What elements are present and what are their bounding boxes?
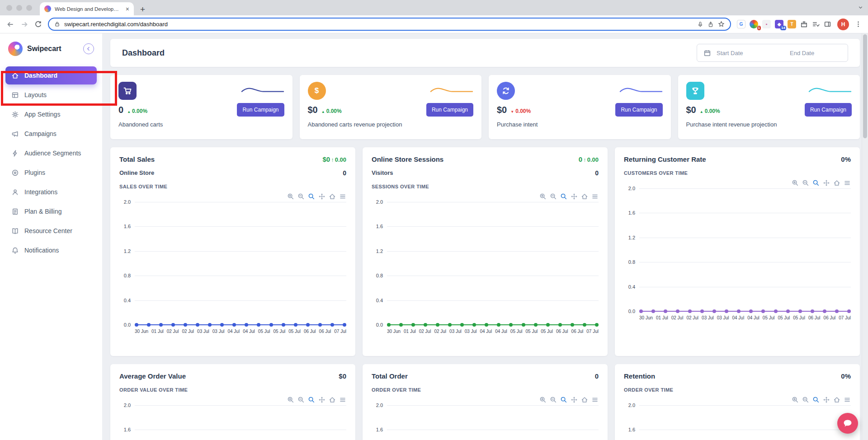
zoom-out-icon[interactable] bbox=[297, 193, 305, 200]
intent-icon bbox=[497, 82, 515, 100]
run-campaign-button[interactable]: Run Campaign bbox=[426, 103, 473, 117]
back-button[interactable] bbox=[6, 20, 14, 28]
zoom-out-icon[interactable] bbox=[802, 396, 809, 403]
y-axis: 2.01.61.20.80.40.0 bbox=[119, 202, 135, 325]
y-axis-tick: 2.0 bbox=[628, 403, 635, 408]
pan-icon[interactable] bbox=[571, 396, 578, 403]
up-triangle-icon: ▲ bbox=[700, 110, 703, 114]
y-axis-tick: 0.8 bbox=[376, 273, 383, 278]
home-icon[interactable] bbox=[581, 193, 588, 200]
sidebar-item-audience-segments[interactable]: Audience Segments bbox=[5, 144, 97, 162]
x-axis-tick: 04 Jul bbox=[243, 329, 255, 334]
bolt-icon bbox=[11, 149, 19, 157]
chart-sub-value: 0 bbox=[343, 169, 346, 177]
tasks-icon[interactable] bbox=[812, 20, 820, 28]
home-icon[interactable] bbox=[833, 396, 840, 403]
run-campaign-button[interactable]: Run Campaign bbox=[805, 103, 852, 117]
collapse-sidebar-button[interactable] bbox=[83, 43, 94, 54]
tab-close-icon[interactable]: × bbox=[126, 6, 129, 12]
chart-modebar bbox=[372, 193, 599, 200]
sidebar-item-layouts[interactable]: Layouts bbox=[5, 86, 97, 104]
close-window-button[interactable] bbox=[6, 5, 12, 11]
zoom-in-icon[interactable] bbox=[539, 193, 547, 200]
zoom-window-button[interactable] bbox=[26, 5, 32, 11]
sidebar-item-plugins[interactable]: Plugins bbox=[5, 164, 97, 182]
y-axis: 2.01.61.20.80.40.0 bbox=[624, 405, 639, 440]
chart-caption: ORDER OVER TIME bbox=[624, 387, 851, 393]
tag-extension[interactable]: T bbox=[788, 20, 796, 28]
home-icon[interactable] bbox=[581, 396, 588, 403]
share-icon[interactable] bbox=[708, 21, 714, 28]
zoom-in-icon[interactable] bbox=[287, 193, 294, 200]
menu-icon[interactable] bbox=[844, 179, 851, 187]
zoom-out-icon[interactable] bbox=[550, 193, 557, 200]
end-date-input[interactable] bbox=[789, 49, 841, 57]
chevron-down-icon[interactable] bbox=[858, 5, 863, 10]
colorwheel-extension[interactable]: 1 bbox=[750, 20, 758, 28]
menu-icon[interactable] bbox=[591, 396, 599, 403]
zoom-in-icon[interactable] bbox=[287, 396, 294, 403]
sidebar-item-dashboard[interactable]: Dashboard bbox=[5, 66, 97, 84]
menu-icon[interactable] bbox=[339, 193, 346, 200]
start-date-input[interactable] bbox=[716, 49, 768, 57]
forward-button[interactable] bbox=[20, 20, 28, 28]
zoom-icon[interactable] bbox=[308, 193, 315, 200]
menu-icon[interactable] bbox=[339, 396, 346, 403]
zoom-icon[interactable] bbox=[812, 179, 820, 187]
sidebar-item-label: Notifications bbox=[24, 247, 59, 254]
date-range-picker[interactable] bbox=[697, 44, 848, 62]
profile-avatar[interactable]: H bbox=[837, 19, 849, 30]
pan-icon[interactable] bbox=[823, 179, 830, 187]
browser-tab[interactable]: Web Design and Development × bbox=[40, 2, 134, 15]
metrics-extension[interactable]: ▪ bbox=[762, 20, 771, 28]
side-panel-icon[interactable] bbox=[824, 20, 831, 28]
zoom-icon[interactable] bbox=[812, 396, 820, 403]
zoom-in-icon[interactable] bbox=[539, 396, 547, 403]
run-campaign-button[interactable]: Run Campaign bbox=[237, 103, 284, 117]
bookmark-star-icon[interactable] bbox=[718, 21, 725, 28]
run-campaign-button[interactable]: Run Campaign bbox=[615, 103, 662, 117]
pan-icon[interactable] bbox=[318, 396, 326, 403]
y-axis-tick: 2.0 bbox=[376, 199, 383, 205]
sidebar-item-plan-billing[interactable]: Plan & Billing bbox=[5, 202, 97, 220]
minimize-window-button[interactable] bbox=[16, 5, 22, 11]
kpi-change: ▲0.00% bbox=[127, 108, 147, 114]
pan-icon[interactable] bbox=[823, 396, 830, 403]
x-axis-tick: 05 Jul bbox=[793, 315, 805, 320]
zoom-out-icon[interactable] bbox=[297, 396, 305, 403]
zoom-out-icon[interactable] bbox=[550, 396, 557, 403]
sidebar-item-resource-center[interactable]: Resource Center bbox=[5, 222, 97, 240]
puzzle-icon[interactable] bbox=[800, 20, 808, 28]
zoom-in-icon[interactable] bbox=[792, 179, 799, 187]
sidebar-item-app-settings[interactable]: App Settings bbox=[5, 105, 97, 123]
home-icon[interactable] bbox=[329, 193, 336, 200]
sidebar-item-integrations[interactable]: Integrations bbox=[5, 183, 97, 201]
address-bar[interactable]: swipecart.rentechdigital.com/dashboard bbox=[48, 18, 731, 31]
menu-icon[interactable] bbox=[591, 193, 599, 200]
zoom-in-icon[interactable] bbox=[792, 396, 799, 403]
pan-icon[interactable] bbox=[318, 193, 326, 200]
y-axis-tick: 0.0 bbox=[124, 322, 131, 328]
shop-extension[interactable]: ◆14 bbox=[775, 20, 783, 28]
home-icon[interactable] bbox=[833, 179, 840, 187]
scrollbar-thumb[interactable] bbox=[863, 34, 867, 138]
menu-icon[interactable] bbox=[844, 396, 851, 403]
chat-widget-button[interactable] bbox=[837, 413, 858, 434]
y-axis-tick: 1.2 bbox=[376, 248, 383, 254]
page-scrollbar[interactable] bbox=[862, 33, 868, 440]
zoom-icon[interactable] bbox=[308, 396, 315, 403]
microphone-icon[interactable] bbox=[697, 21, 703, 28]
reload-button[interactable] bbox=[34, 20, 42, 28]
pan-icon[interactable] bbox=[571, 193, 578, 200]
zoom-out-icon[interactable] bbox=[802, 179, 809, 187]
browser-menu-icon[interactable] bbox=[855, 21, 862, 28]
chart-headline-value: $0↑0.00 bbox=[323, 155, 347, 163]
translate-extension[interactable]: G bbox=[737, 20, 745, 28]
sidebar-item-campaigns[interactable]: Campaigns bbox=[5, 125, 97, 143]
zoom-icon[interactable] bbox=[560, 193, 567, 200]
chart-card: Retention 0% ORDER OVER TIME 2.01.61.20.… bbox=[615, 364, 860, 440]
zoom-icon[interactable] bbox=[560, 396, 567, 403]
new-tab-button[interactable]: + bbox=[140, 5, 145, 14]
sidebar-item-notifications[interactable]: Notifications bbox=[5, 241, 97, 259]
home-icon[interactable] bbox=[329, 396, 336, 403]
